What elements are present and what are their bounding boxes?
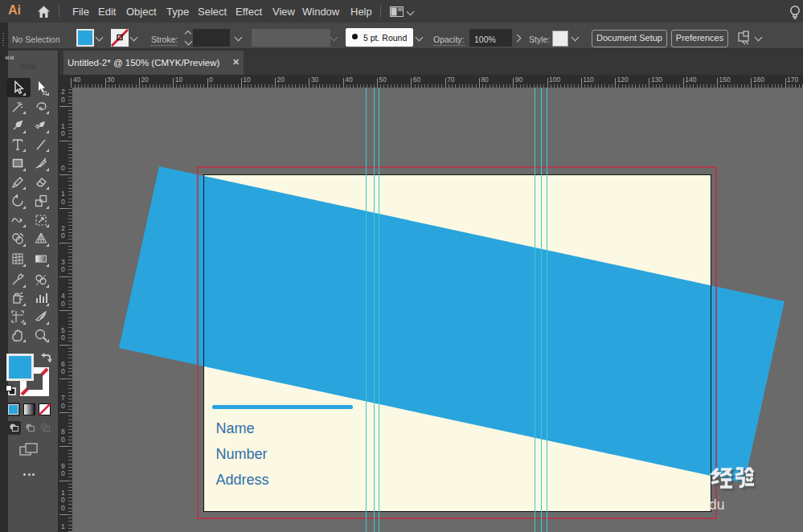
svg-text:du: du <box>709 497 724 513</box>
